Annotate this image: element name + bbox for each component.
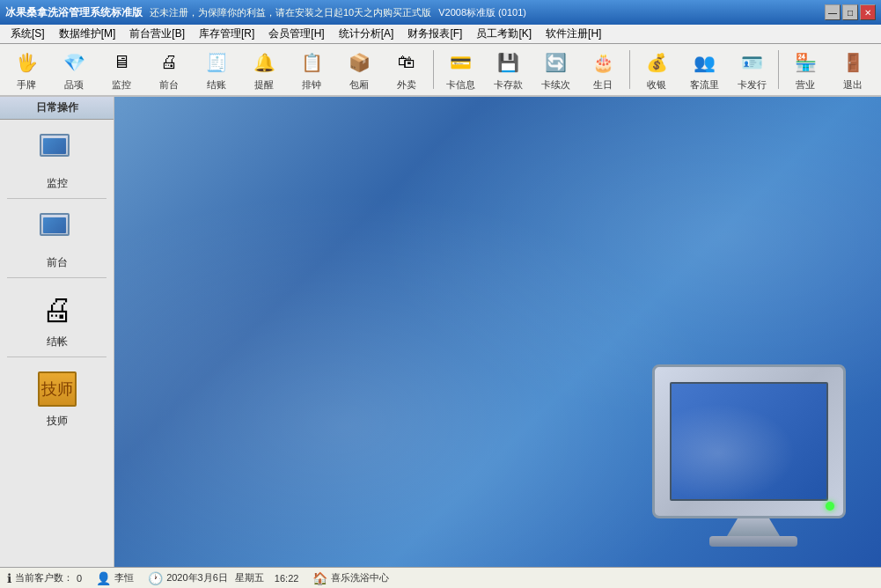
gem-icon: 💎 xyxy=(60,48,88,77)
toolbar-btn-reminder[interactable]: 🔔 提醒 xyxy=(241,46,287,93)
toolbar-btn-schedule[interactable]: 📋 排钟 xyxy=(289,46,334,93)
toolbar-label-gem: 品项 xyxy=(64,78,84,92)
registration-notice: 还未注册，为保障你的利益，请在安装之日起10天之内购买正式版 xyxy=(150,6,431,19)
birthday-icon: 🎂 xyxy=(589,48,617,77)
menu-member[interactable]: 会员管理[H] xyxy=(261,25,331,43)
company-name: 喜乐洗浴中心 xyxy=(331,571,389,584)
toolbar-btn-traffic[interactable]: 👥 客流里 xyxy=(681,46,727,93)
toolbar-label-desk: 前台 xyxy=(159,78,179,92)
menu-statistics[interactable]: 统计分析[A] xyxy=(332,25,401,43)
sidebar-title: 日常操作 xyxy=(0,97,114,120)
toolbar-btn-cashier[interactable]: 💰 收银 xyxy=(634,46,679,93)
user-icon: 👤 xyxy=(96,571,111,585)
minimize-button[interactable]: — xyxy=(825,4,841,20)
status-datetime: 🕐 2020年3月6日 星期五 16:22 xyxy=(148,571,298,585)
app-title: 冰果桑拿洗浴管理系统标准版 xyxy=(5,5,143,20)
clock-icon: 🕐 xyxy=(148,571,163,585)
schedule-icon: 📋 xyxy=(297,48,326,77)
toolbar-label-card-info: 卡信息 xyxy=(446,78,475,92)
business-icon: 🏪 xyxy=(791,48,819,77)
status-company: 🏠 喜乐洗浴中心 xyxy=(312,571,389,585)
power-led xyxy=(826,502,834,511)
sidebar-label-monitor: 监控 xyxy=(47,176,68,191)
toolbar-btn-gem[interactable]: 💎 品项 xyxy=(51,46,97,93)
toolbar-separator-3 xyxy=(778,50,779,89)
card-issue-icon: 🪪 xyxy=(738,48,766,77)
toolbar-btn-exit[interactable]: 🚪 退出 xyxy=(830,46,876,93)
menu-front-desk[interactable]: 前台营业[B] xyxy=(122,25,192,43)
toolbar-btn-monitor[interactable]: 🖥 监控 xyxy=(99,46,144,93)
sidebar-receipt-icon: 🖨 xyxy=(36,289,78,331)
window-controls: — □ ✕ xyxy=(825,4,876,20)
status-weekday: 星期五 xyxy=(235,571,264,584)
status-clients: ℹ 当前客户数： 0 xyxy=(7,571,82,585)
sidebar-item-receipt[interactable]: 🖨 结帐 xyxy=(0,278,114,356)
title-bar: 冰果桑拿洗浴管理系统标准版 还未注册，为保障你的利益，请在安装之日起10天之内购… xyxy=(0,0,881,25)
menu-bar: 系统[S] 数据维护[M] 前台营业[B] 库存管理[R] 会员管理[H] 统计… xyxy=(0,25,881,44)
toolbar-label-hand: 手牌 xyxy=(17,78,36,92)
menu-system[interactable]: 系统[S] xyxy=(4,25,52,43)
sidebar-item-monitor[interactable]: 监控 xyxy=(0,120,114,198)
toolbar-separator-1 xyxy=(433,50,434,89)
main-area: 日常操作 监控 前台 xyxy=(0,97,881,567)
clients-value: 0 xyxy=(77,573,82,584)
hand-icon: 🖐 xyxy=(12,48,40,77)
toolbar-btn-room[interactable]: 📦 包厢 xyxy=(336,46,382,93)
toolbar-btn-card-renew[interactable]: 🔄 卡续次 xyxy=(532,46,578,93)
toolbar-label-business: 营业 xyxy=(796,78,815,92)
sidebar-label-receipt: 结帐 xyxy=(47,334,68,349)
status-user: 👤 李恒 xyxy=(96,571,134,585)
toolbar-label-monitor: 监控 xyxy=(112,78,131,92)
toolbar-btn-takeout[interactable]: 🛍 外卖 xyxy=(384,46,429,93)
company-icon: 🏠 xyxy=(312,571,327,585)
toolbar-label-cashier: 收银 xyxy=(647,78,666,92)
cashier-icon: 💰 xyxy=(642,48,671,77)
sidebar-monitor-icon xyxy=(36,130,78,173)
traffic-icon: 👥 xyxy=(690,48,718,77)
toolbar-btn-card-info[interactable]: 💳 卡信息 xyxy=(437,46,483,93)
monitor-decoration xyxy=(652,364,855,558)
checkout-icon: 🧾 xyxy=(202,48,231,77)
menu-attendance[interactable]: 员工考勤[K] xyxy=(469,25,539,43)
sidebar-tech-icon: 技师 xyxy=(36,368,78,410)
monitor-icon: 🖥 xyxy=(107,48,136,77)
user-name: 李恒 xyxy=(114,571,134,584)
desk-icon: 🖨 xyxy=(155,48,183,77)
sidebar: 日常操作 监控 前台 xyxy=(0,97,114,567)
toolbar: 🖐 手牌 💎 品项 🖥 监控 🖨 前台 🧾 结账 🔔 提醒 📋 排钟 📦 包厢 … xyxy=(0,44,881,97)
toolbar-label-reminder: 提醒 xyxy=(254,78,274,92)
version-label: V2008标准版 (0101) xyxy=(438,6,526,19)
sidebar-item-desk[interactable]: 前台 xyxy=(0,199,114,277)
monitor-base xyxy=(709,536,797,547)
room-icon: 📦 xyxy=(345,48,373,77)
sidebar-item-tech[interactable]: 技师 技师 xyxy=(0,357,114,436)
toolbar-label-room: 包厢 xyxy=(349,78,369,92)
sidebar-label-tech: 技师 xyxy=(47,414,68,429)
toolbar-label-traffic: 客流里 xyxy=(690,78,719,92)
reminder-icon: 🔔 xyxy=(250,48,278,77)
toolbar-btn-business[interactable]: 🏪 营业 xyxy=(782,46,828,93)
menu-inventory[interactable]: 库存管理[R] xyxy=(192,25,261,43)
menu-finance[interactable]: 财务报表[F] xyxy=(400,25,469,43)
card-info-icon: 💳 xyxy=(446,48,474,77)
content-area xyxy=(114,97,881,567)
info-icon: ℹ xyxy=(7,571,11,585)
close-button[interactable]: ✕ xyxy=(860,4,876,20)
menu-register[interactable]: 软件注册[H] xyxy=(539,25,608,43)
card-deposit-icon: 💾 xyxy=(494,48,522,77)
toolbar-label-takeout: 外卖 xyxy=(397,78,416,92)
toolbar-btn-desk[interactable]: 🖨 前台 xyxy=(146,46,192,93)
takeout-icon: 🛍 xyxy=(393,48,421,77)
toolbar-btn-card-deposit[interactable]: 💾 卡存款 xyxy=(485,46,531,93)
toolbar-btn-birthday[interactable]: 🎂 生日 xyxy=(580,46,626,93)
toolbar-btn-hand[interactable]: 🖐 手牌 xyxy=(4,46,49,93)
toolbar-btn-card-issue[interactable]: 🪪 卡发行 xyxy=(729,46,775,93)
toolbar-label-card-deposit: 卡存款 xyxy=(494,78,523,92)
toolbar-label-card-renew: 卡续次 xyxy=(541,78,570,92)
status-time: 16:22 xyxy=(275,573,299,584)
status-date: 2020年3月6日 xyxy=(166,571,228,584)
menu-data-maintenance[interactable]: 数据维护[M] xyxy=(52,25,123,43)
maximize-button[interactable]: □ xyxy=(842,4,858,20)
clients-label: 当前客户数： xyxy=(15,571,73,584)
toolbar-btn-checkout[interactable]: 🧾 结账 xyxy=(194,46,239,93)
